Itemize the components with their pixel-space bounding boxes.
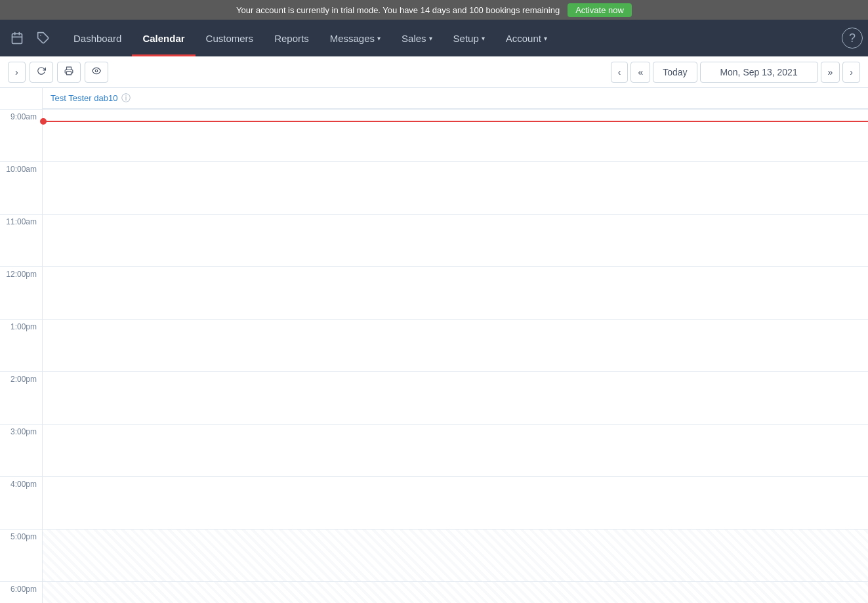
- expand-button[interactable]: ›: [8, 62, 26, 83]
- nav-items: Dashboard Calendar Customers Reports Mes…: [63, 20, 842, 56]
- print-icon: [64, 66, 73, 77]
- grid-slot-1pm[interactable]: [43, 319, 868, 371]
- eye-button[interactable]: [85, 62, 108, 83]
- time-slot-3pm: 3:00pm: [0, 424, 42, 476]
- calendar-toolbar: › ‹ «: [0, 56, 868, 88]
- top-navigation: Dashboard Calendar Customers Reports Mes…: [0, 20, 868, 56]
- svg-rect-0: [12, 33, 22, 43]
- time-slot-10am: 10:00am: [0, 161, 42, 214]
- nav-item-setup[interactable]: Setup ▾: [443, 20, 495, 56]
- grid-slot-12pm[interactable]: [43, 266, 868, 319]
- grid-slot-3pm[interactable]: [43, 424, 868, 476]
- time-slot-4pm: 4:00pm: [0, 476, 42, 529]
- nav-item-sales[interactable]: Sales ▾: [391, 20, 443, 56]
- column-header-name: Test Tester dab10: [51, 93, 117, 103]
- help-button[interactable]: ?: [842, 28, 863, 49]
- trial-banner: Your account is currently in trial mode.…: [0, 0, 868, 20]
- account-dropdown-arrow: ▾: [544, 35, 547, 42]
- column-header: Test Tester dab10 ⓘ: [43, 88, 868, 109]
- messages-dropdown-arrow: ▾: [377, 35, 381, 42]
- nav-icon-group: [5, 28, 55, 49]
- tag-icon-button[interactable]: [31, 28, 55, 49]
- grid-slot-5pm: [43, 529, 868, 581]
- activate-now-button[interactable]: Activate now: [568, 3, 632, 17]
- info-icon: ⓘ: [121, 93, 131, 104]
- grid-slots[interactable]: [43, 109, 868, 603]
- time-slot-5pm: 5:00pm: [0, 529, 42, 581]
- time-slot-1pm: 1:00pm: [0, 319, 42, 371]
- next-next-button[interactable]: »: [821, 62, 840, 83]
- trial-message: Your account is currently in trial mode.…: [236, 5, 560, 15]
- svg-point-6: [95, 70, 98, 72]
- calendar-content: 9:00am 10:00am 11:00am 12:00pm 1:00pm 2:…: [0, 88, 868, 603]
- next-button[interactable]: ›: [842, 62, 860, 83]
- next-next-icon: »: [828, 67, 833, 77]
- grid-slot-10am[interactable]: [43, 161, 868, 214]
- prev-button[interactable]: ‹: [611, 62, 629, 83]
- time-slot-9am: 9:00am: [0, 109, 42, 161]
- expand-icon: ›: [15, 67, 18, 77]
- date-display: Mon, Sep 13, 2021: [700, 62, 818, 83]
- prev-prev-button[interactable]: «: [630, 62, 650, 83]
- today-button[interactable]: Today: [653, 62, 697, 83]
- time-slot-11am: 11:00am: [0, 214, 42, 266]
- nav-item-dashboard[interactable]: Dashboard: [63, 20, 132, 56]
- refresh-icon: [37, 66, 46, 77]
- nav-item-account[interactable]: Account ▾: [495, 20, 558, 56]
- current-time-line: [43, 121, 868, 122]
- prev-icon: ‹: [618, 67, 621, 77]
- setup-dropdown-arrow: ▾: [482, 35, 485, 42]
- time-slot-6pm: 6:00pm: [0, 581, 42, 603]
- date-nav-controls: ‹ « Today Mon, Sep 13, 2021 » ›: [611, 62, 860, 83]
- grid-slot-2pm[interactable]: [43, 371, 868, 424]
- nav-item-calendar[interactable]: Calendar: [132, 20, 195, 56]
- print-button[interactable]: [57, 62, 81, 83]
- refresh-button[interactable]: [30, 62, 53, 83]
- nav-item-customers[interactable]: Customers: [196, 20, 264, 56]
- time-slot-12pm: 12:00pm: [0, 266, 42, 319]
- eye-icon: [92, 66, 101, 77]
- grid-slot-4pm[interactable]: [43, 476, 868, 529]
- sales-dropdown-arrow: ▾: [429, 35, 432, 42]
- svg-rect-5: [66, 72, 71, 75]
- grid-slot-9am[interactable]: [43, 109, 868, 161]
- calendar-icon-button[interactable]: [5, 28, 29, 49]
- nav-item-reports[interactable]: Reports: [264, 20, 320, 56]
- time-slot-2pm: 2:00pm: [0, 371, 42, 424]
- grid-slot-11am[interactable]: [43, 214, 868, 266]
- grid-slot-6pm: [43, 581, 868, 603]
- next-icon: ›: [850, 67, 853, 77]
- time-column: 9:00am 10:00am 11:00am 12:00pm 1:00pm 2:…: [0, 88, 42, 603]
- nav-item-messages[interactable]: Messages ▾: [320, 20, 391, 56]
- calendar-grid[interactable]: Test Tester dab10 ⓘ: [42, 88, 868, 603]
- prev-prev-icon: «: [638, 67, 643, 77]
